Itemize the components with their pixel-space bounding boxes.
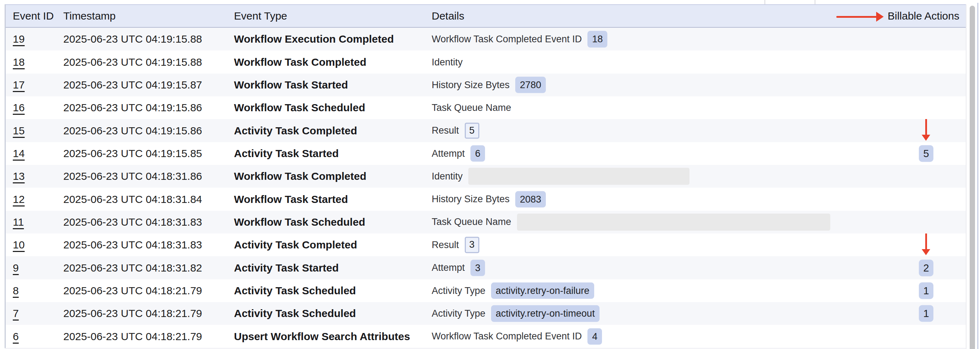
event-id-link[interactable]: 19 [13,33,24,45]
table-header-row: Event ID Timestamp Event Type Details Bi… [6,4,966,28]
column-header-event-type[interactable]: Event Type [234,10,287,22]
event-type: Activity Task Scheduled [234,285,356,297]
event-id-cell: 12 [13,194,24,205]
event-timestamp: 2025-06-23 UTC 04:18:21.79 [63,308,202,319]
event-history-row[interactable]: 14 2025-06-23 UTC 04:19:15.85 Activity T… [6,142,966,165]
event-details-cell: Attempt 6 [432,145,485,162]
event-id-cell: 19 [13,33,24,45]
event-id-link[interactable]: 9 [13,262,19,274]
event-id-cell: 10 [13,239,24,251]
event-history-row[interactable]: 9 2025-06-23 UTC 04:18:31.82 Activity Ta… [6,256,966,279]
event-history-row[interactable]: 16 2025-06-23 UTC 04:19:15.86 Workflow T… [6,96,966,119]
event-id-cell: 14 [13,148,24,160]
event-id-cell: 16 [13,102,24,114]
billable-actions-value: 1 [919,282,934,299]
event-history-row[interactable]: 10 2025-06-23 UTC 04:18:31.83 Activity T… [6,233,966,256]
panel-right-border [977,3,978,349]
detail-label: Identity [432,171,463,182]
event-id-cell: 8 [13,285,19,297]
event-details-cell: Task Queue Name [432,214,830,231]
arrow-head [922,249,930,255]
detail-label: Activity Type [432,285,485,296]
event-details-cell: Workflow Task Completed Event ID 4 [432,328,602,344]
column-header-timestamp[interactable]: Timestamp [63,10,116,22]
event-id-link[interactable]: 17 [13,79,24,90]
event-id-cell: 17 [13,79,24,91]
event-id-link[interactable]: 7 [13,308,19,319]
arrow-shaft [925,233,927,250]
event-history-row[interactable]: 15 2025-06-23 UTC 04:19:15.86 Activity T… [6,119,966,142]
billable-actions-value: 1 [919,305,934,322]
event-history-row[interactable]: 11 2025-06-23 UTC 04:18:31.83 Workflow T… [6,211,966,233]
column-header-details: Details [432,10,465,22]
detail-label: History Size Bytes [432,194,509,205]
detail-value: 3 [465,237,479,253]
detail-label: Workflow Task Completed Event ID [432,331,582,342]
column-header-event-id[interactable]: Event ID [13,10,54,22]
event-id-link[interactable]: 12 [13,194,24,205]
event-type: Activity Task Started [234,148,339,160]
event-details-cell: Activity Type activity.retry-on-failure [432,282,594,299]
event-type: Workflow Task Started [234,194,348,205]
event-timestamp: 2025-06-23 UTC 04:18:21.79 [63,330,202,343]
event-id-link[interactable]: 14 [13,148,24,159]
event-id-link[interactable]: 11 [13,216,24,228]
event-details-cell: Result 3 [432,237,479,253]
event-history-row[interactable]: 17 2025-06-23 UTC 04:19:15.87 Workflow T… [6,74,966,96]
red-annotation-arrow-down [922,119,930,141]
event-id-link[interactable]: 13 [13,170,24,182]
red-annotation-arrow-right [836,12,884,22]
event-history-row[interactable]: 13 2025-06-23 UTC 04:18:31.86 Workflow T… [6,165,966,188]
event-type: Workflow Execution Completed [234,33,394,45]
event-history-row[interactable]: 8 2025-06-23 UTC 04:18:21.79 Activity Ta… [6,279,966,302]
toolbar-edge-separator [815,0,815,4]
event-history-row[interactable]: 12 2025-06-23 UTC 04:18:31.84 Workflow T… [6,188,966,210]
detail-value [517,214,830,231]
detail-label: Task Queue Name [432,216,511,227]
event-id-link[interactable]: 6 [13,330,19,342]
event-details-cell: Task Queue Name [432,102,511,113]
event-type: Workflow Task Scheduled [234,216,365,228]
event-details-cell: Activity Type activity.retry-on-timeout [432,305,600,322]
event-id-cell: 9 [13,262,19,274]
detail-value: activity.retry-on-failure [491,282,594,299]
event-id-link[interactable]: 10 [13,239,24,251]
event-id-link[interactable]: 15 [13,125,24,136]
detail-label: Result [432,125,459,136]
event-timestamp: 2025-06-23 UTC 04:19:15.87 [63,79,202,91]
event-type: Workflow Task Completed [234,170,366,182]
event-id-link[interactable]: 8 [13,285,19,297]
event-history-row[interactable]: 19 2025-06-23 UTC 04:19:15.88 Workflow E… [6,28,966,51]
event-id-cell: 7 [13,308,19,319]
event-id-cell: 18 [13,56,24,68]
event-id-cell: 13 [13,170,24,182]
event-type: Workflow Task Completed [234,56,366,68]
toolbar-edge-separator [765,0,765,4]
event-timestamp: 2025-06-23 UTC 04:19:15.88 [63,33,202,45]
detail-value: 18 [587,31,607,47]
event-timestamp: 2025-06-23 UTC 04:19:15.88 [63,56,202,68]
event-type: Activity Task Completed [234,239,357,251]
arrow-shaft [836,16,877,18]
event-id-link[interactable]: 16 [13,102,24,113]
detail-label: History Size Bytes [432,79,509,90]
table-body: 19 2025-06-23 UTC 04:19:15.88 Workflow E… [6,28,966,348]
event-type: Activity Task Completed [234,125,357,137]
detail-value: 2780 [515,77,546,93]
event-details-cell: History Size Bytes 2780 [432,77,546,93]
detail-label: Identity [432,57,463,68]
event-timestamp: 2025-06-23 UTC 04:19:15.86 [63,125,202,137]
event-history-table: Event ID Timestamp Event Type Details Bi… [5,4,966,349]
vertical-scrollbar-thumb[interactable] [970,6,975,349]
event-history-row[interactable]: 7 2025-06-23 UTC 04:18:21.79 Activity Ta… [6,302,966,325]
detail-label: Task Queue Name [432,102,511,113]
event-id-link[interactable]: 18 [13,56,24,68]
event-timestamp: 2025-06-23 UTC 04:18:31.83 [63,239,202,251]
detail-label: Workflow Task Completed Event ID [432,34,582,45]
event-history-row[interactable]: 18 2025-06-23 UTC 04:19:15.88 Workflow T… [6,51,966,73]
detail-label: Attempt [432,148,465,159]
event-history-row[interactable]: 6 2025-06-23 UTC 04:18:21.79 Upsert Work… [6,325,966,347]
detail-label: Attempt [432,262,465,273]
arrow-head [922,135,930,141]
event-timestamp: 2025-06-23 UTC 04:19:15.85 [63,148,202,160]
